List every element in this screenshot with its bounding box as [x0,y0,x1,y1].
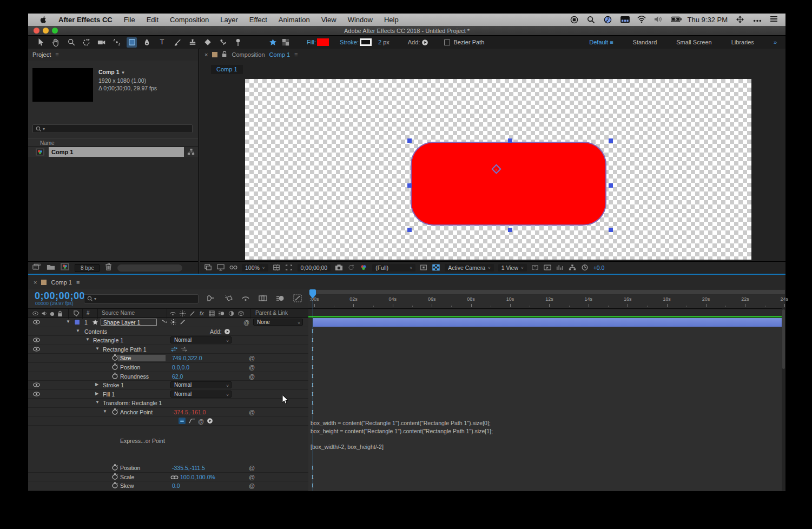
quality-icon[interactable] [189,310,195,318]
project-search-input[interactable]: ▾ [32,124,193,133]
menu-item-effect[interactable]: Effect [249,16,267,24]
timeline-row-position[interactable]: Position-335.5,-111.5@ [28,464,308,473]
comp-mini-flowchart-icon[interactable] [207,294,215,303]
timeline-row-rectangle-path-1[interactable]: ▼Rectangle Path 1 [28,345,308,354]
eye-column-icon[interactable] [32,310,38,318]
choose-grid-icon[interactable] [273,264,281,272]
shape-rectangle[interactable] [411,142,606,226]
pixel-aspect-icon[interactable] [531,264,539,272]
expand-arrow[interactable]: ▼ [76,328,80,333]
timeline-vertical-scrollbar[interactable] [782,308,785,491]
home-icon[interactable] [268,37,278,48]
audio-column-icon[interactable] [41,310,48,318]
magnification-glasses-icon[interactable] [229,264,237,272]
parent-dropdown[interactable]: None˅ [253,319,303,326]
eye-toggle[interactable] [33,381,40,389]
source-name-column-header[interactable]: Source Name [102,310,135,316]
fx-icon[interactable]: fx [199,310,206,318]
always-preview-icon[interactable] [204,264,213,272]
stroke-label[interactable]: Stroke: [340,39,359,45]
timeline-row-contents[interactable]: ▼ContentsAdd: [28,327,308,336]
workspace-libraries[interactable]: Libraries [731,39,754,45]
stroke-width[interactable]: ​2 px [378,39,390,45]
camera-dropdown[interactable]: Active Camera˅ [445,264,494,272]
color-depth-button[interactable]: 8 bpc [75,264,100,272]
timeline-row-scale[interactable]: Scale100.0,100.0%@ [28,473,308,482]
main-monitor-icon[interactable] [217,264,225,272]
stopwatch-icon[interactable] [112,373,118,380]
composition-viewer-tab[interactable]: Comp 1 [211,65,243,74]
property-label[interactable]: Size [118,355,166,361]
project-tab-label[interactable]: Project [32,51,51,58]
rotate-tool[interactable] [81,37,91,48]
property-label[interactable]: Anchor Point [120,409,153,415]
selection-handle[interactable] [407,183,412,188]
view-layout-dropdown[interactable]: 1 View˅ [498,264,527,272]
expand-arrow[interactable]: ▶ [95,382,98,387]
composition-panel-comp[interactable]: Comp 1 [269,51,291,58]
move-icon[interactable] [736,16,744,24]
menu-item-animation[interactable]: Animation [279,16,310,24]
fill-label[interactable]: Fill: [307,39,316,45]
property-label[interactable]: Roundness [120,373,149,380]
current-time-indicator-line[interactable] [313,295,313,491]
menu-item-help[interactable]: Help [384,16,399,24]
eye-toggle[interactable] [33,391,40,399]
graph-editor-icon[interactable] [293,294,302,303]
film-icon[interactable] [209,310,215,318]
expand-arrow[interactable]: ▼ [85,337,90,342]
project-comp-row[interactable]: Comp 1 [28,147,198,157]
resolution-dropdown[interactable]: (Full)˅ [372,264,415,272]
property-value[interactable]: -374.5,-161.0 [172,409,206,415]
timeline-row-express-or-point[interactable]: Express...or Point [28,426,308,464]
workspace-standard[interactable]: Standard [633,39,657,45]
trash-icon[interactable] [105,263,112,273]
property-value[interactable]: 100.0,100.0% [180,474,215,480]
project-scrollbar[interactable] [117,264,182,272]
stopwatch-icon[interactable] [112,464,118,472]
bezier-path-toggle[interactable]: Bezier Path [444,39,484,45]
stopwatch-icon[interactable] [112,473,118,481]
shy-icon[interactable] [241,294,250,303]
menu-item-view[interactable]: View [321,16,336,24]
apple-icon[interactable] [39,16,47,24]
selection-handle[interactable] [609,138,613,143]
list-icon[interactable] [770,16,778,24]
timeline-search-input[interactable]: ▾ [84,294,199,303]
puppet-pin-tool[interactable] [233,37,243,48]
exposure-value[interactable]: +0.0 [593,264,605,271]
label-color-chip[interactable] [74,319,80,325]
snapshot-camera-icon[interactable] [335,264,343,272]
timeline-row-roundness[interactable]: Roundness62.0@ [28,372,308,381]
expression-language-icon[interactable] [207,418,213,425]
unlock-icon[interactable] [222,51,227,58]
stopwatch-icon[interactable] [112,363,118,371]
close-panel-icon[interactable]: × [34,279,37,286]
sun-icon[interactable] [180,310,186,318]
selection-handle[interactable] [508,228,512,232]
expression-line[interactable]: box_height = content("Rectangle 1").cont… [311,428,493,434]
quality-switch-icon[interactable] [170,319,176,326]
workspace-overflow-chevron[interactable]: » [774,39,777,45]
selection-handle[interactable] [609,228,613,232]
new-folder-icon[interactable] [47,263,55,273]
menu-item-edit[interactable]: Edit [147,16,159,24]
pan-behind-tool[interactable] [111,37,122,48]
property-label[interactable]: Position [120,465,140,471]
stopwatch-icon[interactable] [112,408,118,416]
constrain-icon-a[interactable] [170,346,178,353]
menu-item-layer[interactable]: Layer [220,16,238,24]
rectangle-tool[interactable] [127,37,137,48]
stroke-swatch[interactable] [360,38,372,46]
solo-column-icon[interactable] [50,312,55,318]
eraser-tool[interactable] [202,37,213,48]
camera-tool[interactable] [96,37,107,48]
cube-3d-icon[interactable] [238,310,244,318]
stopwatch-icon[interactable] [112,354,118,362]
stamp-tool[interactable] [187,37,197,48]
timeline-row-size[interactable]: Size749.0,322.0@ [28,354,308,363]
blend-mode-dropdown[interactable]: Normal˅ [170,391,232,398]
selection-handle[interactable] [407,228,412,232]
property-value[interactable]: 749.0,322.0 [172,355,202,361]
expression-enable-icon[interactable] [179,418,186,425]
